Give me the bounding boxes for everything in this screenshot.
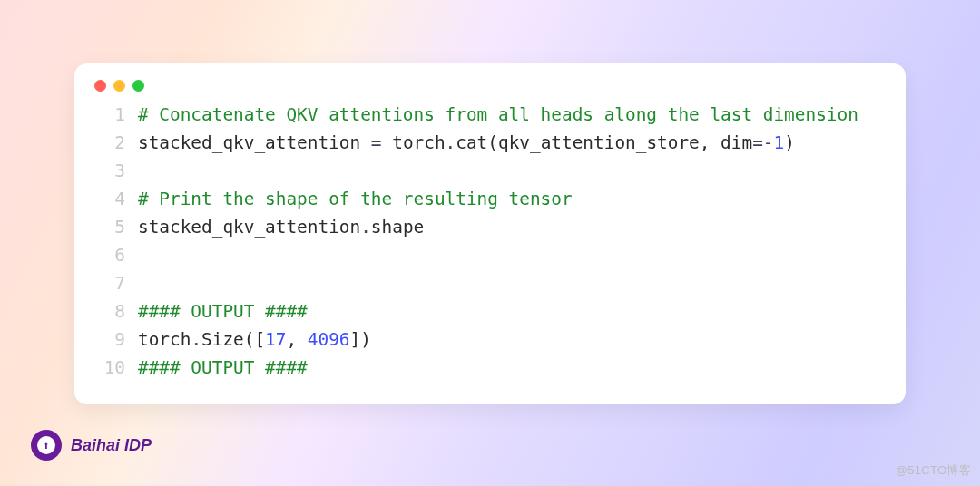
zoom-icon — [132, 80, 144, 92]
line-number: 7 — [94, 269, 125, 297]
brand-name: Baihai IDP — [71, 436, 152, 455]
code-line: 9torch.Size([17, 4096]) — [94, 326, 886, 354]
code-block: 1# Concatenate QKV attentions from all h… — [94, 101, 886, 382]
line-number: 3 — [94, 157, 125, 185]
line-content: # Concatenate QKV attentions from all he… — [138, 101, 886, 129]
line-number: 10 — [94, 354, 125, 382]
code-line: 8#### OUTPUT #### — [94, 297, 886, 326]
watermark: @51CTO博客 — [896, 462, 971, 479]
line-number: 1 — [94, 101, 125, 129]
line-content — [138, 269, 886, 297]
line-content: stacked_qkv_attention.shape — [138, 213, 886, 241]
code-line: 4# Print the shape of the resulting tens… — [94, 185, 886, 213]
window-controls — [94, 80, 886, 92]
footer-brand: ⬆ Baihai IDP — [31, 430, 152, 461]
line-content — [138, 157, 886, 185]
line-content: torch.Size([17, 4096]) — [138, 326, 886, 354]
line-content: #### OUTPUT #### — [138, 354, 886, 382]
line-number: 4 — [94, 185, 125, 213]
code-line: 6 — [94, 241, 886, 269]
code-line: 5stacked_qkv_attention.shape — [94, 213, 886, 241]
minimize-icon — [113, 80, 125, 92]
line-number: 9 — [94, 326, 125, 354]
brand-logo-icon: ⬆ — [31, 430, 62, 461]
code-line: 1# Concatenate QKV attentions from all h… — [94, 101, 886, 129]
brand-logo-glyph: ⬆ — [37, 436, 55, 454]
line-number: 5 — [94, 213, 125, 241]
line-content: # Print the shape of the resulting tenso… — [138, 185, 886, 213]
line-number: 6 — [94, 241, 125, 269]
line-number: 2 — [94, 129, 125, 157]
close-icon — [94, 80, 106, 92]
line-content: stacked_qkv_attention = torch.cat(qkv_at… — [138, 129, 886, 157]
code-line: 3 — [94, 157, 886, 185]
code-line: 10#### OUTPUT #### — [94, 354, 886, 382]
line-content: #### OUTPUT #### — [138, 297, 886, 326]
line-number: 8 — [94, 297, 125, 326]
code-line: 2stacked_qkv_attention = torch.cat(qkv_a… — [94, 129, 886, 157]
code-line: 7 — [94, 269, 886, 297]
code-card: 1# Concatenate QKV attentions from all h… — [74, 63, 906, 404]
line-content — [138, 241, 886, 269]
